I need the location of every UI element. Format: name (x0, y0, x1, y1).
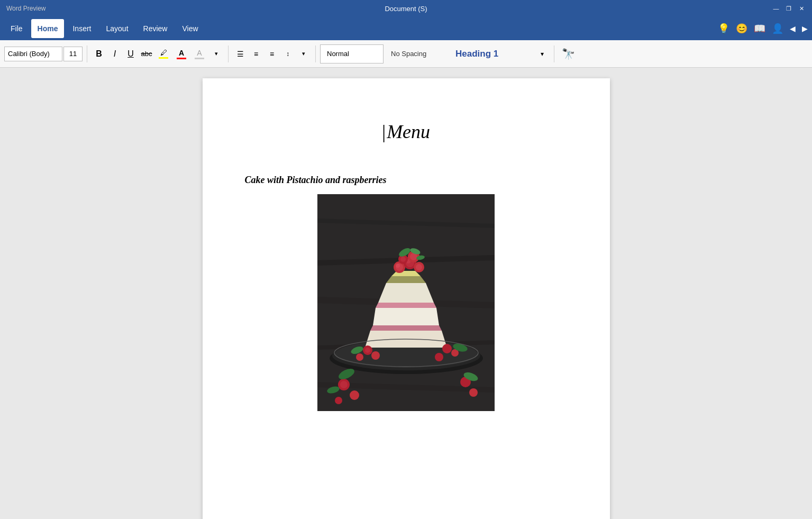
style-nospacing[interactable]: No Spacing (385, 44, 448, 63)
binoculars-icon: 🔭 (562, 48, 575, 60)
svg-marker-12 (376, 303, 436, 308)
paragraph-section: ☰ ≡ ≡ ↕ ▾ (233, 47, 311, 61)
toolbar-divider-4 (554, 45, 554, 62)
forward-icon[interactable]: ▶ (802, 24, 808, 33)
minimize-button[interactable]: — (772, 4, 780, 13)
svg-marker-11 (373, 308, 439, 325)
svg-point-32 (365, 348, 370, 353)
toolbar-divider-2 (228, 45, 229, 62)
lightbulb-icon[interactable]: 💡 (718, 23, 729, 34)
format-dropdown-button[interactable]: ▾ (209, 47, 224, 61)
line-spacing-button[interactable]: ↕ (280, 47, 295, 61)
svg-point-36 (435, 353, 443, 361)
toolbar: Calibri (Body) 11 B I U abc 🖊 A A ▾ ☰ (0, 40, 812, 68)
font-color-icon: A (179, 49, 184, 57)
menu-home[interactable]: Home (31, 19, 65, 38)
highlight-button[interactable]: 🖊 (155, 47, 172, 61)
font-color-bar (177, 58, 186, 59)
user-icon[interactable]: 👤 (772, 23, 783, 34)
bullet-list-icon: ☰ (237, 50, 244, 58)
menu-layout[interactable]: Layout (99, 19, 134, 38)
styles-section: Normal No Spacing Heading 1 ▾ (320, 44, 550, 63)
document-title: Document (S) (385, 5, 427, 13)
highlight-icon: 🖊 (160, 49, 167, 57)
font-color-button[interactable]: A (173, 47, 190, 61)
svg-point-44 (469, 388, 478, 397)
font-color-bar-2 (195, 58, 204, 59)
emoji-icon[interactable]: 😊 (736, 23, 747, 34)
menu-bar: File Home Insert Layout Review View 💡 😊 … (0, 17, 812, 40)
font-name-selector[interactable]: Calibri (Body) (4, 47, 62, 61)
dish-title[interactable]: Cake with Pistachio and raspberries (245, 175, 568, 186)
menu-file[interactable]: File (4, 19, 29, 38)
svg-point-37 (356, 353, 363, 361)
font-color-button-2[interactable]: A (191, 47, 208, 61)
style-normal[interactable]: Normal (320, 44, 384, 63)
close-button[interactable]: ✕ (797, 4, 806, 13)
svg-point-34 (442, 344, 452, 353)
svg-marker-13 (378, 283, 434, 303)
italic-button[interactable]: I (107, 47, 122, 61)
svg-point-18 (396, 263, 400, 268)
font-size-selector[interactable]: 11 (63, 47, 83, 61)
book-icon[interactable]: 📖 (754, 23, 765, 34)
svg-marker-10 (370, 325, 442, 331)
formatting-section: B I U abc 🖊 A A ▾ (92, 47, 224, 61)
font-color-icon-2: A (197, 49, 202, 57)
cake-image (317, 194, 495, 411)
numbered-list-button[interactable]: ≡ (249, 47, 263, 61)
toolbar-divider-1 (87, 45, 87, 62)
window-controls[interactable]: — ❐ ✕ (772, 4, 806, 13)
maximize-button[interactable]: ❐ (784, 4, 793, 13)
underline-button[interactable]: U (123, 47, 138, 61)
menu-right-icons: 💡 😊 📖 👤 ◀ ▶ (718, 23, 808, 34)
paragraph-dropdown-button[interactable]: ▾ (296, 47, 311, 61)
strikethrough-button[interactable]: abc (139, 47, 154, 61)
svg-point-42 (350, 390, 359, 400)
svg-point-45 (335, 397, 342, 404)
svg-point-41 (340, 381, 348, 388)
title-bar: Word Preview Document (S) — ❐ ✕ (0, 0, 812, 17)
align-button[interactable]: ≡ (264, 47, 279, 61)
font-section: Calibri (Body) 11 (4, 47, 83, 61)
bold-button[interactable]: B (92, 47, 106, 61)
svg-point-25 (400, 257, 406, 262)
bullet-list-button[interactable]: ☰ (233, 47, 248, 61)
document-area: Menu Cake with Pistachio and raspberries (0, 68, 812, 519)
align-icon: ≡ (270, 50, 274, 58)
app-name: Word Preview (6, 5, 45, 12)
toolbar-divider-3 (315, 45, 316, 62)
numbered-list-icon: ≡ (254, 50, 258, 58)
style-heading1[interactable]: Heading 1 (449, 44, 534, 63)
line-spacing-icon: ↕ (286, 50, 289, 58)
highlight-color-bar (159, 57, 168, 59)
find-button[interactable]: 🔭 (559, 44, 578, 63)
back-icon[interactable]: ◀ (790, 24, 796, 33)
styles-dropdown-button[interactable]: ▾ (535, 44, 550, 63)
menu-review[interactable]: Review (137, 19, 174, 38)
menu-insert[interactable]: Insert (66, 19, 97, 38)
menu-view[interactable]: View (176, 19, 204, 38)
svg-point-23 (416, 264, 422, 270)
document-heading[interactable]: Menu (245, 110, 568, 143)
svg-point-33 (371, 351, 380, 360)
svg-marker-14 (386, 276, 426, 283)
page: Menu Cake with Pistachio and raspberries (203, 78, 610, 519)
